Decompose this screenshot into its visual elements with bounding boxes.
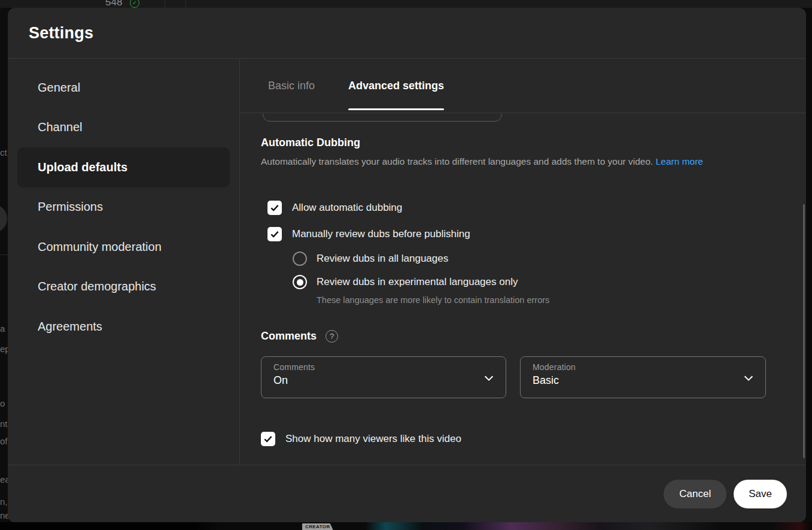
- bg-text-fragment: a: [0, 323, 5, 334]
- automatic-dubbing-description: Automatically translates your audio trac…: [261, 153, 764, 171]
- save-button[interactable]: Save: [734, 480, 787, 508]
- dialog-footer: Cancel Save: [8, 465, 806, 522]
- settings-sidebar: General Channel Upload defaults Permissi…: [8, 59, 240, 465]
- comments-dropdown[interactable]: Comments On: [261, 356, 506, 398]
- background-avatar: [0, 204, 7, 233]
- check-icon: [269, 229, 280, 240]
- show-likes-checkbox-row[interactable]: Show how many viewers like this video: [261, 432, 461, 446]
- bg-text-fragment: nt: [0, 419, 8, 429]
- bg-text-fragment: ct: [0, 147, 7, 158]
- radio-selected[interactable]: [293, 275, 307, 289]
- bg-text-fragment: o: [0, 398, 5, 408]
- help-question-icon[interactable]: ?: [326, 330, 338, 343]
- checkbox-checked[interactable]: [261, 432, 275, 446]
- manually-review-dubs-checkbox-row[interactable]: Manually review dubs before publishing: [267, 227, 470, 241]
- sidebar-item-permissions[interactable]: Permissions: [17, 187, 230, 228]
- learn-more-link[interactable]: Learn more: [656, 156, 703, 166]
- tab-basic-info[interactable]: Basic info: [268, 59, 315, 113]
- cancel-button[interactable]: Cancel: [664, 480, 726, 508]
- settings-dialog: Settings General Channel Upload defaults…: [8, 8, 806, 522]
- creator-badge: CREATOR: [302, 523, 333, 530]
- review-all-languages-radio-row[interactable]: Review dubs in all languages: [293, 252, 448, 266]
- advanced-settings-panel: Automatic Dubbing Automatically translat…: [241, 114, 806, 465]
- chevron-down-icon: [482, 371, 495, 387]
- chevron-down-icon: [742, 371, 755, 387]
- experimental-languages-helper-text: These languages are more likely to conta…: [317, 295, 549, 305]
- sidebar-item-channel[interactable]: Channel: [17, 108, 230, 148]
- sidebar-item-agreements[interactable]: Agreements: [17, 307, 230, 347]
- background-left-strip: ct a ep o nt of ea n, nee: [0, 8, 8, 522]
- background-divider: [0, 255, 8, 255]
- check-icon: [263, 434, 273, 444]
- comments-heading: Comments: [261, 330, 317, 343]
- tab-advanced-settings[interactable]: Advanced settings: [348, 59, 444, 113]
- checkbox-checked[interactable]: [267, 201, 282, 215]
- bg-text-fragment: of: [0, 436, 8, 446]
- background-count: 548: [105, 0, 122, 8]
- dialog-header: Settings: [8, 8, 806, 59]
- check-icon: [269, 202, 280, 213]
- table-divider: [185, 0, 186, 8]
- sidebar-item-creator-demographics[interactable]: Creator demographics: [17, 267, 230, 307]
- background-table-row: 548 ✓: [0, 0, 812, 8]
- sidebar-item-community-moderation[interactable]: Community moderation: [17, 227, 230, 267]
- comments-section-header: Comments ?: [261, 330, 338, 343]
- radio-unselected[interactable]: [293, 252, 307, 266]
- allow-automatic-dubbing-checkbox-row[interactable]: Allow automatic dubbing: [267, 201, 402, 215]
- verified-shield-check-icon: ✓: [130, 0, 139, 8]
- sidebar-item-upload-defaults[interactable]: Upload defaults: [17, 147, 230, 187]
- automatic-dubbing-heading: Automatic Dubbing: [261, 137, 360, 149]
- screen: 548 ✓ ct a ep o nt of ea n, nee CREATOR …: [0, 0, 812, 530]
- dialog-title: Settings: [29, 24, 93, 43]
- bg-text-fragment: n,: [0, 496, 8, 507]
- scrolled-field-bottom-edge: [263, 114, 502, 122]
- scrollbar-thumb[interactable]: [803, 204, 805, 458]
- sidebar-item-general[interactable]: General: [17, 68, 230, 108]
- upload-defaults-tabbar: Basic info Advanced settings: [241, 59, 806, 113]
- background-thumbnail-strip: CREATOR: [0, 522, 812, 530]
- checkbox-checked[interactable]: [267, 227, 282, 241]
- review-experimental-languages-radio-row[interactable]: Review dubs in experimental languages on…: [293, 275, 518, 289]
- moderation-dropdown[interactable]: Moderation Basic: [520, 356, 766, 398]
- table-divider: [165, 0, 165, 8]
